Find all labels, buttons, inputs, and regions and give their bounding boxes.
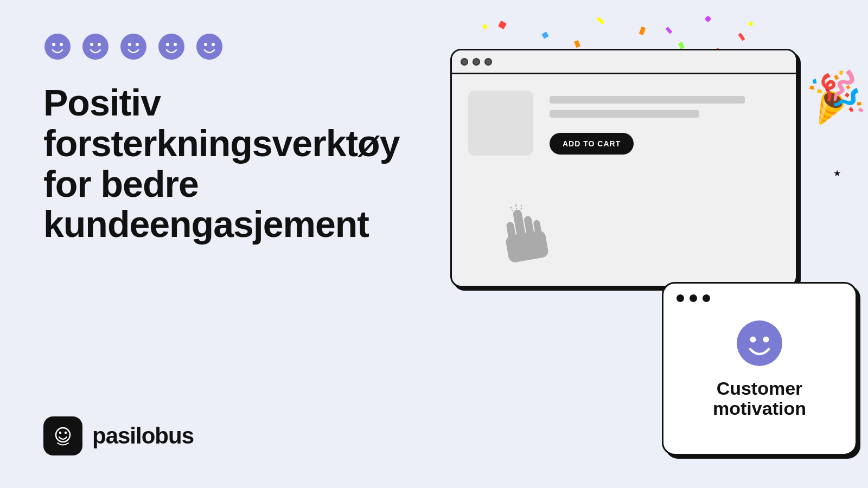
right-section: ★ ★ ★ 🎉 ADD TO CART bbox=[434, 16, 857, 472]
svg-point-5 bbox=[98, 43, 101, 46]
browser-window: ADD TO CART bbox=[450, 49, 797, 287]
smiley-row bbox=[43, 33, 369, 61]
cursor-hand bbox=[489, 200, 556, 284]
browser-body: ADD TO CART bbox=[452, 74, 796, 286]
product-image-box bbox=[468, 91, 533, 156]
product-line-1 bbox=[550, 96, 745, 104]
svg-line-23 bbox=[516, 204, 516, 209]
svg-point-6 bbox=[120, 34, 146, 60]
svg-point-27 bbox=[750, 336, 756, 342]
card-dot-2 bbox=[690, 294, 697, 302]
confetti-14 bbox=[749, 22, 753, 26]
product-info: ADD TO CART bbox=[550, 91, 780, 155]
confetti-4 bbox=[639, 27, 646, 35]
left-section: Positiv forsterkningsverktøy for bedre k… bbox=[43, 33, 369, 245]
svg-point-0 bbox=[44, 34, 71, 60]
smiley-icon-5 bbox=[195, 33, 224, 61]
svg-point-1 bbox=[52, 43, 55, 46]
card-dots bbox=[676, 294, 710, 302]
logo-text: pasilobus bbox=[92, 423, 194, 449]
svg-point-28 bbox=[763, 336, 769, 342]
svg-line-25 bbox=[510, 207, 512, 211]
svg-point-2 bbox=[60, 43, 63, 46]
card-title: Customer motivation bbox=[713, 378, 806, 419]
svg-point-17 bbox=[65, 432, 67, 434]
svg-point-8 bbox=[136, 43, 139, 46]
product-line-2 bbox=[550, 110, 699, 118]
logo-icon bbox=[43, 416, 82, 455]
smiley-icon-4 bbox=[157, 33, 186, 61]
smiley-icon-2 bbox=[81, 33, 110, 61]
confetti-2 bbox=[541, 31, 549, 39]
svg-point-16 bbox=[59, 432, 61, 434]
headline: Positiv forsterkningsverktøy for bedre k… bbox=[43, 82, 369, 245]
svg-point-4 bbox=[90, 43, 93, 46]
card-dot-3 bbox=[703, 294, 710, 302]
motivation-card: Customer motivation bbox=[662, 282, 857, 455]
confetti-10 bbox=[574, 40, 580, 48]
svg-point-9 bbox=[158, 34, 184, 60]
confetti-1 bbox=[498, 21, 507, 29]
party-popper: 🎉 bbox=[803, 65, 868, 128]
star-2: ★ bbox=[833, 168, 841, 178]
svg-point-12 bbox=[196, 34, 222, 60]
svg-point-3 bbox=[82, 34, 108, 60]
browser-titlebar bbox=[452, 50, 796, 74]
svg-point-10 bbox=[166, 43, 169, 46]
add-to-cart-button[interactable]: ADD TO CART bbox=[550, 133, 634, 155]
product-placeholder: ADD TO CART bbox=[468, 91, 780, 156]
card-smiley-icon bbox=[735, 319, 784, 368]
confetti-5 bbox=[678, 42, 685, 49]
svg-point-13 bbox=[204, 43, 207, 46]
traffic-light-2 bbox=[473, 58, 480, 66]
logo-section: pasilobus bbox=[43, 416, 194, 455]
svg-point-11 bbox=[174, 43, 177, 46]
card-dot-1 bbox=[676, 294, 684, 302]
confetti-12 bbox=[666, 27, 672, 34]
confetti-7 bbox=[738, 33, 745, 41]
smiley-icon-1 bbox=[43, 33, 72, 61]
traffic-light-1 bbox=[461, 58, 468, 66]
svg-point-7 bbox=[128, 43, 131, 46]
svg-point-14 bbox=[212, 43, 215, 46]
confetti-8 bbox=[482, 24, 487, 29]
svg-point-26 bbox=[737, 320, 782, 366]
smiley-icon-3 bbox=[119, 33, 148, 61]
confetti-3 bbox=[597, 17, 604, 24]
svg-line-24 bbox=[520, 205, 522, 209]
traffic-light-3 bbox=[484, 58, 492, 66]
confetti-6 bbox=[705, 16, 711, 22]
